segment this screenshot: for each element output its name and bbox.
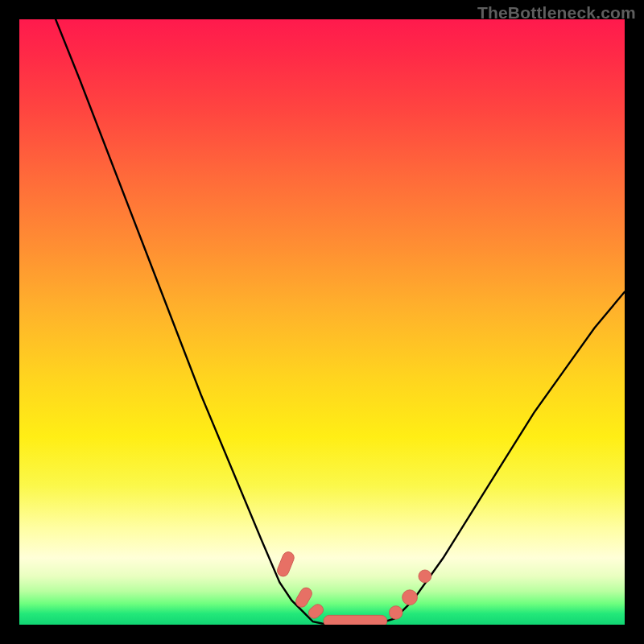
marker-right-cluster [402,590,418,605]
marker-right-cluster [389,606,402,620]
plot-area [19,19,625,625]
marker-right-cluster [419,570,431,583]
marker-bottom-bar [324,615,387,625]
chart-frame: TheBottleneck.com [0,0,644,644]
marker-left-cluster [275,550,295,578]
watermark-text: TheBottleneck.com [477,3,636,23]
bottleneck-curve [19,19,625,625]
curve-path [56,19,625,624]
